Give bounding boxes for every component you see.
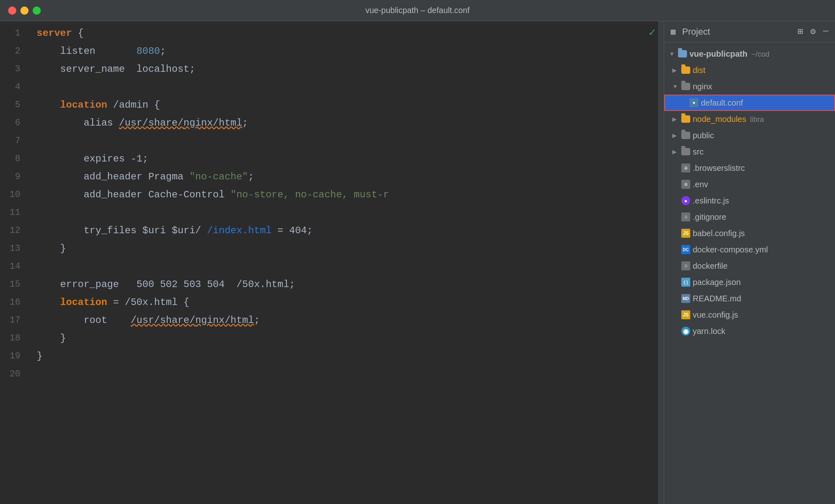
nginx-folder-name: nginx	[693, 82, 830, 91]
tree-item-readme[interactable]: ▶ MD README.md	[664, 290, 835, 307]
env-name: .env	[693, 180, 830, 189]
code-line-10: add_header Cache-Control "no-store, no-c…	[29, 186, 658, 204]
code-line-11	[29, 204, 658, 222]
titlebar: vue-publicpath – default.conf	[0, 0, 835, 21]
public-folder-icon	[681, 132, 690, 139]
readme-icon: MD	[681, 294, 690, 303]
file-tree[interactable]: ▼ vue-publicpath ~/cod ▶ dist ▼ nginx	[664, 42, 835, 504]
tree-item-public[interactable]: ▶ public	[664, 127, 835, 144]
tree-item-default-conf[interactable]: ▶ ■ default.conf	[664, 95, 835, 111]
code-line-14	[29, 258, 658, 276]
gitignore-icon: ≡	[681, 212, 690, 221]
eslintrc-name: .eslintrc.js	[693, 196, 830, 206]
tree-item-babel-config[interactable]: ▶ JS babel.config.js	[664, 225, 835, 241]
dockerfile-name: dockerfile	[693, 261, 830, 271]
babel-config-icon: JS	[681, 229, 690, 238]
tree-item-package-json[interactable]: ▶ { } package.json	[664, 274, 835, 290]
code-line-12: try_files $uri $uri/ /index.html = 404;	[29, 222, 658, 240]
readme-name: README.md	[693, 294, 830, 303]
dist-folder-name: dist	[693, 66, 830, 75]
yarn-lock-icon: ◉	[681, 327, 690, 336]
env-icon: ≡	[681, 180, 690, 189]
node-modules-folder-icon	[681, 115, 690, 123]
project-icon: ▦	[671, 27, 676, 37]
tree-root[interactable]: ▼ vue-publicpath ~/cod	[664, 46, 835, 62]
dist-folder-icon	[681, 66, 690, 74]
code-line-5: location /admin {	[29, 96, 658, 114]
root-folder-icon	[678, 50, 687, 57]
chevron-right-icon: ▶	[672, 67, 679, 73]
node-modules-name: node_modules libra	[693, 115, 830, 124]
code-line-4	[29, 78, 658, 96]
tree-item-yarn-lock[interactable]: ▶ ◉ yarn.lock	[664, 323, 835, 339]
line-numbers: 1 2 3 4 5 6 7 8 9 10 11 12 13 14 15 16 1…	[0, 21, 29, 504]
babel-config-name: babel.config.js	[693, 229, 830, 238]
close-button[interactable]	[8, 7, 16, 15]
minimize-panel-icon[interactable]: —	[823, 26, 828, 37]
code-line-19: }	[29, 347, 658, 365]
editor-scrollbar[interactable]	[658, 21, 664, 504]
code-line-16: location = /50x.html {	[29, 294, 658, 312]
yarn-lock-name: yarn.lock	[693, 327, 830, 336]
sidebar-title: Project	[682, 27, 791, 37]
chevron-down-icon: ▼	[672, 83, 679, 90]
docker-compose-icon: DC	[681, 245, 690, 254]
browserslistrc-icon: ≡	[681, 164, 690, 172]
code-line-9: add_header Pragma "no-cache" ;	[29, 168, 658, 186]
tree-item-nginx[interactable]: ▼ nginx	[664, 78, 835, 95]
chevron-right-icon: ▶	[672, 116, 679, 122]
settings-icon[interactable]: ⚙	[811, 26, 816, 37]
public-folder-name: public	[693, 131, 830, 140]
code-line-8: expires -1;	[29, 150, 658, 168]
gitignore-name: .gitignore	[693, 212, 830, 222]
tree-item-node-modules[interactable]: ▶ node_modules libra	[664, 111, 835, 127]
nginx-folder-icon	[681, 83, 690, 90]
code-line-17: root /usr/share/ nginx /html ;	[29, 312, 658, 329]
tree-item-env[interactable]: ▶ ≡ .env	[664, 176, 835, 192]
default-conf-name: default.conf	[701, 98, 830, 108]
tree-item-dockerfile[interactable]: ▶ ≡ dockerfile	[664, 258, 835, 274]
chevron-right-icon: ▶	[672, 132, 679, 139]
code-line-7	[29, 132, 658, 150]
code-line-13: }	[29, 240, 658, 258]
tree-item-src[interactable]: ▶ src	[664, 144, 835, 160]
check-icon: ✓	[649, 25, 656, 39]
browserslistrc-name: .browserslistrc	[693, 164, 830, 173]
vue-config-name: vue.config.js	[693, 310, 830, 320]
chevron-right-icon: ▶	[672, 148, 679, 155]
layout-icon[interactable]: ⊞	[797, 26, 803, 37]
tree-item-eslintrc[interactable]: ▶ ● .eslintrc.js	[664, 192, 835, 209]
src-folder-name: src	[693, 147, 830, 157]
tree-item-docker-compose[interactable]: ▶ DC docker-compose.yml	[664, 241, 835, 258]
package-json-name: package.json	[693, 278, 830, 287]
code-content[interactable]: server { listen 8080 ; server_name local…	[29, 21, 658, 504]
code-line-15: error_page 500 502 503 504 /50x.html;	[29, 276, 658, 294]
tree-item-gitignore[interactable]: ▶ ≡ .gitignore	[664, 209, 835, 225]
code-line-3: server_name localhost;	[29, 60, 658, 78]
code-line-2: listen 8080 ;	[29, 42, 658, 60]
toolbar-actions: ⊞ ⚙ —	[797, 26, 828, 37]
conf-file-icon: ■	[689, 98, 698, 107]
code-line-6: alias /usr/share/ nginx /html ;	[29, 114, 658, 132]
editor-pane[interactable]: 1 2 3 4 5 6 7 8 9 10 11 12 13 14 15 16 1…	[0, 21, 664, 504]
chevron-down-icon: ▼	[669, 51, 676, 57]
tree-item-dist[interactable]: ▶ dist	[664, 62, 835, 78]
code-line-1: server {	[29, 24, 658, 42]
sidebar: ▦ Project ⊞ ⚙ — ▼ vue-publicpath ~/cod ▶	[664, 21, 835, 504]
main-layout: 1 2 3 4 5 6 7 8 9 10 11 12 13 14 15 16 1…	[0, 21, 835, 504]
window-title: vue-publicpath – default.conf	[365, 6, 470, 15]
code-line-18: }	[29, 329, 658, 347]
root-folder-name: vue-publicpath ~/cod	[689, 49, 830, 59]
dockerfile-icon: ≡	[681, 261, 690, 270]
eslintrc-icon: ●	[681, 196, 690, 205]
maximize-button[interactable]	[33, 7, 41, 15]
window-controls	[8, 7, 41, 15]
docker-compose-name: docker-compose.yml	[693, 245, 830, 254]
src-folder-icon	[681, 148, 690, 155]
tree-item-browserslistrc[interactable]: ▶ ≡ .browserslistrc	[664, 160, 835, 176]
minimize-button[interactable]	[20, 7, 29, 15]
sidebar-toolbar: ▦ Project ⊞ ⚙ —	[664, 21, 835, 42]
tree-item-vue-config[interactable]: ▶ JS vue.config.js	[664, 307, 835, 323]
package-json-icon: { }	[681, 278, 690, 287]
vue-config-icon: JS	[681, 310, 690, 319]
